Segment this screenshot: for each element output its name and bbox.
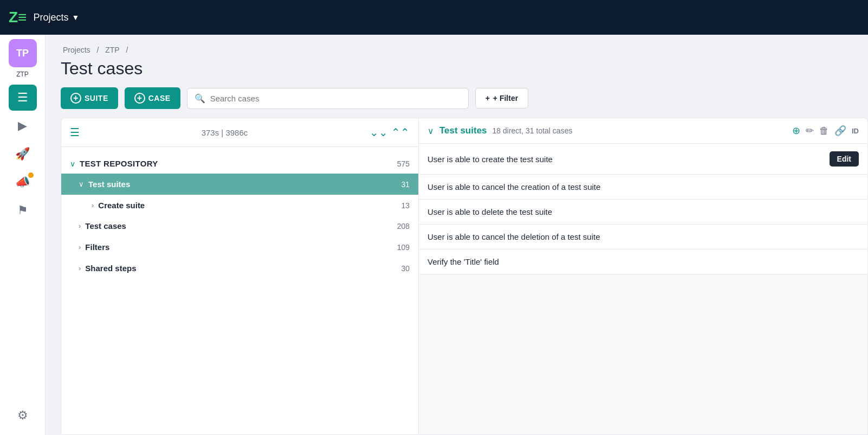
detail-panel: ∨ Test suites 18 direct, 31 total cases … [418, 118, 868, 435]
sidebar-item-run[interactable]: ▶ [9, 113, 37, 139]
case-text: User is able to delete the test suite [427, 207, 552, 216]
search-box: 🔍 [187, 88, 469, 109]
page-title: Test cases [61, 59, 853, 79]
megaphone-icon: 📣 [15, 175, 30, 189]
project-avatar[interactable]: TP [9, 39, 37, 67]
create-suite-chevron-icon: › [92, 201, 94, 209]
test-cases-tree-chevron-icon: › [79, 222, 81, 230]
layout: TP ZTP ☰ ▶ 🚀 📣 ⚑ ⚙ Projects / ZTP [0, 35, 868, 435]
tree-header: ☰ 373s | 3986c ⌄⌄ ⌃⌃ [61, 118, 418, 147]
menu-icon[interactable]: ☰ [70, 126, 80, 139]
filter-button[interactable]: + + Filter [475, 88, 528, 108]
case-list-item[interactable]: User is able to cancel the deletion of a… [419, 225, 867, 250]
test-suites-label: Test suites [88, 180, 397, 189]
breadcrumb-projects[interactable]: Projects [63, 46, 90, 54]
collapse-buttons: ⌄⌄ ⌃⌃ [370, 126, 410, 139]
expand-all-button[interactable]: ⌃⌃ [391, 126, 410, 139]
detail-actions: ⊕ ✏ 🗑 🔗 ID [792, 125, 859, 137]
root-label: TEST REPOSITORY [80, 159, 393, 168]
filter-plus-icon: + [485, 94, 490, 103]
shared-steps-count: 30 [401, 264, 410, 273]
create-suite-count: 13 [401, 201, 410, 210]
filter-label: + Filter [493, 94, 518, 103]
tree-item-shared-steps[interactable]: › Shared steps 30 [61, 258, 418, 279]
sidebar-item-launch[interactable]: 🚀 [9, 141, 37, 167]
tree-section: ∨ TEST REPOSITORY 575 ∨ Test suites 31 ›… [61, 147, 418, 285]
projects-nav[interactable]: Projects ▼ [33, 12, 79, 23]
tree-stats: 373s | 3986c [86, 128, 363, 137]
link-icon[interactable]: 🔗 [834, 125, 846, 137]
filters-label: Filters [85, 242, 392, 252]
tree-item-filters[interactable]: › Filters 109 [61, 236, 418, 258]
root-chevron-icon: ∨ [70, 159, 75, 168]
test-cases-tree-count: 208 [397, 222, 410, 231]
sidebar-item-test-cases[interactable]: ☰ [9, 85, 37, 111]
test-cases-tree-label: Test cases [85, 221, 392, 231]
split-panel: ☰ 373s | 3986c ⌄⌄ ⌃⌃ ∨ TEST REPOSITORY 5… [61, 118, 868, 435]
collapse-all-button[interactable]: ⌄⌄ [370, 126, 388, 139]
detail-header: ∨ Test suites 18 direct, 31 total cases … [419, 118, 867, 144]
zoom-in-icon[interactable]: ⊕ [792, 125, 800, 137]
detail-title: Test suites [439, 125, 487, 136]
flag-icon: ⚑ [17, 203, 28, 218]
case-text: User is able to create the test suite [427, 155, 553, 164]
filters-count: 109 [397, 243, 410, 252]
add-case-button[interactable]: + CASE [125, 87, 180, 109]
id-badge[interactable]: ID [852, 127, 859, 135]
edit-button[interactable]: Edit [830, 151, 859, 167]
case-text: Verify the 'Title' field [427, 257, 499, 266]
case-plus-icon: + [134, 93, 145, 104]
edit-icon[interactable]: ✏ [806, 125, 814, 137]
run-icon: ▶ [18, 119, 27, 133]
shared-steps-chevron-icon: › [79, 264, 81, 272]
case-list-item[interactable]: User is able to delete the test suite [419, 200, 867, 225]
launch-icon: 🚀 [15, 147, 30, 161]
tree-item-test-suites[interactable]: ∨ Test suites 31 [61, 174, 418, 195]
detail-meta: 18 direct, 31 total cases [493, 126, 787, 135]
search-input[interactable] [187, 88, 469, 109]
add-suite-button[interactable]: + SUITE [61, 87, 118, 109]
tree-item-test-cases[interactable]: › Test cases 208 [61, 215, 418, 236]
test-cases-icon: ☰ [17, 91, 28, 105]
filters-chevron-icon: › [79, 243, 81, 251]
logo-icon: Z≡ [9, 9, 27, 26]
top-nav: Z≡ Projects ▼ [0, 0, 868, 35]
project-label: ZTP [16, 71, 29, 78]
test-suites-count: 31 [401, 180, 410, 189]
sidebar-item-flag[interactable]: ⚑ [9, 197, 37, 223]
sidebar-item-settings[interactable]: ⚙ [9, 402, 37, 428]
case-button-label: CASE [148, 94, 171, 103]
delete-icon[interactable]: 🗑 [819, 125, 829, 137]
sidebar-item-megaphone[interactable]: 📣 [9, 169, 37, 195]
tree-panel: ☰ 373s | 3986c ⌄⌄ ⌃⌃ ∨ TEST REPOSITORY 5… [61, 118, 418, 435]
case-list-item[interactable]: Verify the 'Title' field [419, 250, 867, 274]
tree-root[interactable]: ∨ TEST REPOSITORY 575 [61, 153, 418, 174]
root-count: 575 [397, 159, 410, 168]
settings-icon: ⚙ [17, 408, 28, 423]
case-text: User is able to cancel the deletion of a… [427, 232, 600, 241]
test-suites-chevron-icon: ∨ [79, 180, 84, 188]
tree-subitem-create-suite[interactable]: › Create suite 13 [61, 195, 418, 215]
sidebar-icons: TP ZTP ☰ ▶ 🚀 📣 ⚑ ⚙ [0, 35, 46, 435]
case-list-item[interactable]: User is able to cancel the creation of a… [419, 175, 867, 200]
projects-label: Projects [33, 12, 68, 23]
search-icon: 🔍 [195, 93, 205, 104]
breadcrumb: Projects / ZTP / [61, 46, 853, 54]
toolbar: + SUITE + CASE 🔍 + + Filter [46, 87, 868, 118]
nav-chevron-icon: ▼ [72, 13, 79, 22]
case-list-item[interactable]: User is able to create the test suite Ed… [419, 144, 867, 175]
suite-plus-icon: + [70, 93, 81, 104]
notification-badge [28, 172, 34, 178]
create-suite-label: Create suite [98, 201, 397, 210]
case-text: User is able to cancel the creation of a… [427, 182, 600, 191]
content-header: Projects / ZTP / Test cases [46, 35, 868, 87]
main-content: Projects / ZTP / Test cases + SUITE + CA… [46, 35, 868, 435]
breadcrumb-ztp[interactable]: ZTP [105, 46, 119, 54]
detail-chevron-icon: ∨ [427, 126, 434, 136]
suite-button-label: SUITE [85, 94, 108, 103]
shared-steps-label: Shared steps [85, 264, 397, 273]
